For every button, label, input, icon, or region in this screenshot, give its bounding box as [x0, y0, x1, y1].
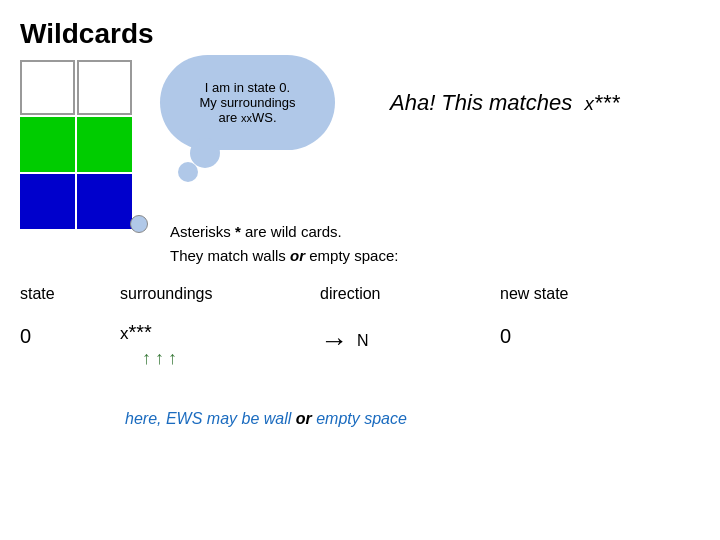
indicator-circle [130, 215, 148, 233]
grid-cell-0-0 [20, 60, 75, 115]
col-header-newstate: new state [500, 285, 620, 303]
aha-text: Aha! This matches x*** [390, 90, 619, 116]
arrow-up-3: ↑ [168, 348, 177, 369]
bottom-note: here, EWS may be wall or empty space [125, 410, 407, 428]
bottom-note-blue: here, EWS may be wall [125, 410, 291, 427]
arrow-up-2: ↑ [155, 348, 164, 369]
asterisk-info: Asterisks * are wild cards. They match w… [170, 220, 398, 268]
table-header: state surroundings direction new state [20, 285, 700, 303]
grid-cell-0-1 [20, 117, 75, 172]
table-area: state surroundings direction new state 0… [20, 285, 700, 369]
grid-cell-1-0 [77, 60, 132, 115]
direction-value: N [357, 332, 369, 350]
table-row: 0 x*** ↑ ↑ ↑ → N 0 [20, 321, 700, 369]
cloud-bubble: I am in state 0.My surroundingsare xxWS. [160, 55, 340, 165]
direction-arrow: → [320, 325, 348, 357]
arrow-up-1: ↑ [142, 348, 151, 369]
cloud-text: I am in state 0.My surroundingsare xxWS. [160, 55, 335, 150]
grid-area [20, 60, 180, 220]
bottom-note-blue2: empty space [316, 410, 407, 427]
page-title: Wildcards [20, 18, 154, 50]
cloud-content: I am in state 0.My surroundingsare xxWS. [199, 80, 295, 125]
surroundings-pattern: x*** [120, 321, 152, 344]
cell-surroundings: x*** ↑ ↑ ↑ [120, 321, 320, 369]
grid-cell-0-2 [20, 174, 75, 229]
col-header-direction: direction [320, 285, 500, 303]
asterisk-line2: They match walls or empty space: [170, 244, 398, 268]
grid-cell-1-1 [77, 117, 132, 172]
cell-direction: → N [320, 321, 500, 357]
cell-newstate: 0 [500, 321, 620, 348]
col-header-state: state [20, 285, 120, 303]
arrows-group: ↑ ↑ ↑ [120, 348, 177, 369]
col-header-surroundings: surroundings [120, 285, 320, 303]
grid-cell-1-2 [77, 174, 132, 229]
asterisk-line1: Asterisks * are wild cards. [170, 220, 398, 244]
cell-state: 0 [20, 321, 120, 348]
